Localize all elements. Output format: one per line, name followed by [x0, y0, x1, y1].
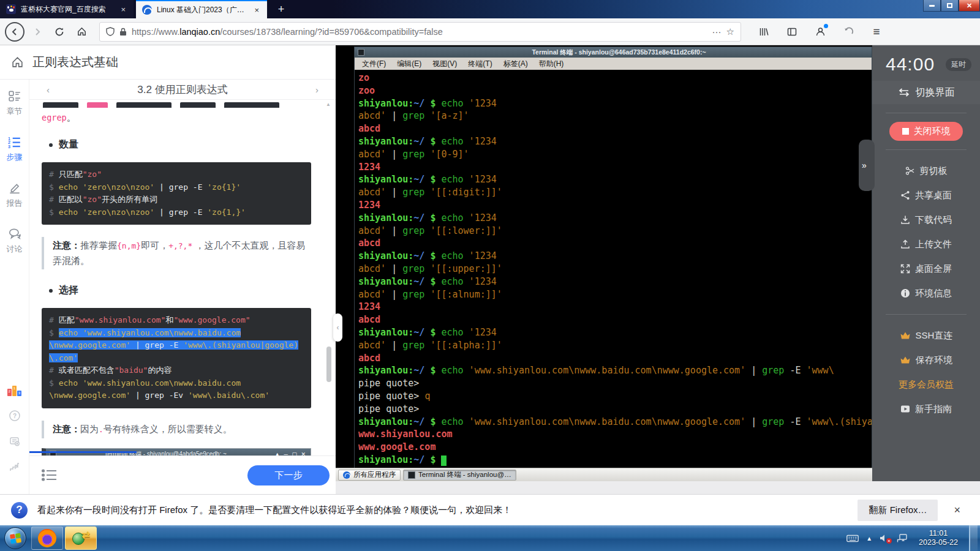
upload-icon	[900, 239, 910, 249]
menu-help[interactable]: 帮助(H)	[539, 59, 564, 69]
clipped-text-line	[43, 102, 311, 108]
bullet-choice: 选择	[49, 284, 311, 297]
scrollbar-up-arrow[interactable]: ▲	[326, 102, 331, 107]
discuss-chat-icon	[8, 227, 21, 241]
account-icon[interactable]	[811, 23, 829, 41]
desktop-fullscreen-button[interactable]: 桌面全屏	[872, 257, 980, 281]
refresh-firefox-button[interactable]: 翻新 Firefox…	[858, 500, 938, 521]
rail-item-steps[interactable]: 123 步骤	[7, 135, 23, 163]
terminal-task-button[interactable]: Terminal 终端 - shiyanlou@…	[403, 470, 516, 481]
extend-time-button[interactable]: 延时	[946, 58, 971, 71]
rail-item-report[interactable]: 报告	[7, 181, 23, 209]
page-background-strip	[336, 481, 980, 494]
volume-muted-icon[interactable]: ✕	[880, 534, 889, 542]
input-method-keyboard-icon[interactable]	[846, 534, 859, 542]
new-tab-button[interactable]: +	[273, 2, 289, 17]
menu-hamburger-icon[interactable]: ≡	[867, 23, 886, 41]
share-desktop-button[interactable]: 共享桌面	[872, 183, 980, 208]
chapters-grid-icon	[8, 89, 21, 103]
restore-button[interactable]	[941, 0, 959, 12]
close-environment-button[interactable]: 关闭环境	[889, 122, 963, 141]
note-quantity: 注意：推荐掌握{n,m}即可，+,?,* ，这几个不太直观，且容易弄混淆。	[42, 237, 311, 269]
home-button[interactable]	[72, 23, 91, 41]
stop-square-icon	[902, 128, 909, 135]
url-bar[interactable]: https://www.lanqiao.cn/courses/18738/lea…	[99, 22, 741, 42]
tab-label: Linux 基础入门2023（广东金	[157, 5, 247, 15]
browser-viewport: 正则表达式基础 章节 123 步骤 报告 讨论	[0, 45, 980, 494]
tab-baidu-search[interactable]: 蓝桥杯大赛官网_百度搜索 ×	[0, 0, 134, 18]
back-button[interactable]	[5, 22, 24, 42]
environment-info-button[interactable]: 环境信息	[872, 281, 980, 305]
terminal-titlebar[interactable]: Terminal 终端 - shiyanlou@646ad735b731e8e4…	[355, 47, 872, 58]
tray-expand-arrow[interactable]: ▲	[866, 535, 872, 542]
more-member-benefits-link[interactable]: 更多会员权益	[872, 372, 980, 397]
shield-icon[interactable]	[106, 27, 115, 36]
menu-terminal[interactable]: 终端(T)	[468, 59, 492, 69]
network-icon[interactable]	[897, 534, 908, 543]
sidebar-toggle-icon[interactable]	[783, 23, 801, 41]
rail-item-chapters[interactable]: 章节	[7, 89, 23, 117]
switch-interface-button[interactable]: 切换界面	[872, 81, 980, 104]
report-pencil-icon	[8, 181, 21, 195]
menu-tabs[interactable]: 标签(A)	[503, 59, 528, 69]
terminal-output[interactable]: zozooshiyanlou:~/ $ echo '1234abcd' | gr…	[355, 70, 872, 468]
terminal-title: Terminal 终端 - shiyanlou@646ad735b731e8e4…	[369, 48, 869, 57]
sidebar-collapse-handle[interactable]: »	[859, 140, 875, 191]
lead-paragraph: egrep。	[42, 112, 311, 124]
clipboard-button[interactable]: 剪切板	[872, 159, 980, 183]
firefox-taskbar-button[interactable]	[31, 527, 63, 550]
code-block-quantity[interactable]: # 只匹配"zo"$ echo 'zero\nzo\nzoo' | grep -…	[42, 162, 311, 225]
remote-client-taskbar-button[interactable]: ⇄	[65, 527, 97, 550]
code-block-choice[interactable]: # 匹配"www.shiyanlou.com"和"www.google.com"…	[42, 308, 311, 408]
lanqiao-favicon	[142, 5, 152, 15]
firefox-icon	[38, 529, 56, 547]
reload-button[interactable]	[50, 23, 69, 41]
menu-view[interactable]: 视图(V)	[432, 59, 457, 69]
beginner-guide-button[interactable]: 新手指南	[872, 397, 980, 421]
library-icon[interactable]	[755, 23, 773, 41]
tab-linux-course[interactable]: Linux 基础入门2023（广东金 ×	[136, 0, 267, 18]
article-content[interactable]: egrep。 数量 # 只匹配"zo"$ echo 'zero\nzo\nzoo…	[29, 100, 336, 455]
upload-file-button[interactable]: 上传文件	[872, 232, 980, 257]
page-actions-icon[interactable]: ···	[712, 26, 722, 37]
svg-text:3: 3	[8, 144, 10, 149]
save-environment-button[interactable]: 保存环境	[872, 348, 980, 372]
vip-crown-icon	[900, 356, 911, 364]
show-desktop-button[interactable]	[969, 525, 978, 551]
menu-file[interactable]: 文件(F)	[362, 59, 386, 69]
prev-step-chevron[interactable]: ‹	[47, 84, 50, 95]
lock-icon[interactable]	[119, 28, 127, 36]
help-icon[interactable]: ?	[9, 410, 21, 422]
vip-crown-icon	[900, 331, 911, 340]
all-applications-button[interactable]: 所有应用程序	[338, 470, 401, 481]
close-button[interactable]: ✕	[959, 0, 980, 12]
forward-button[interactable]	[28, 23, 47, 41]
environment-sidebar: » 44:00 延时 切换界面 关闭环境 剪切板 共享桌面	[872, 45, 980, 481]
download-code-button[interactable]: 下载代码	[872, 208, 980, 232]
steps-toc-icon[interactable]	[42, 468, 58, 482]
next-step-button[interactable]: 下一步	[247, 465, 330, 485]
bullet-quantity: 数量	[49, 138, 311, 151]
minimize-button[interactable]	[923, 0, 941, 12]
training-camp-icon[interactable]: 213	[7, 385, 21, 396]
ssh-direct-button[interactable]: SSH直连	[872, 323, 980, 348]
lesson-pane: ‹ 3.2 使用正则表达式 › egrep。 数量 # 只匹配"zo"$ ech…	[29, 80, 336, 494]
course-home-icon[interactable]	[11, 56, 24, 69]
taskbar-clock[interactable]: 11:01 2023-05-22	[919, 529, 958, 547]
tab-close-icon[interactable]: ×	[252, 6, 261, 15]
sync-icon[interactable]	[839, 23, 858, 41]
notification-text: 看起来你有一段时间没有打开 Firefox 了。是否要清理一下配置文件以获得近乎…	[37, 504, 848, 516]
tab-close-icon[interactable]: ×	[119, 5, 127, 14]
growth-stairs-icon[interactable]	[9, 461, 21, 473]
start-button[interactable]	[4, 527, 26, 549]
menu-edit[interactable]: 编辑(E)	[397, 59, 421, 69]
bookmark-star-icon[interactable]: ☆	[726, 26, 734, 37]
feedback-icon[interactable]	[9, 435, 21, 448]
url-text[interactable]: https://www.lanqiao.cn/courses/18738/lea…	[132, 27, 707, 37]
panel-collapse-handle[interactable]: ‹	[333, 313, 342, 342]
scrollbar-thumb[interactable]	[326, 347, 331, 382]
windows-flag-icon	[10, 533, 21, 544]
rail-item-discuss[interactable]: 讨论	[7, 227, 23, 255]
notification-close-icon[interactable]: ×	[954, 504, 960, 517]
next-step-chevron[interactable]: ›	[315, 84, 318, 95]
